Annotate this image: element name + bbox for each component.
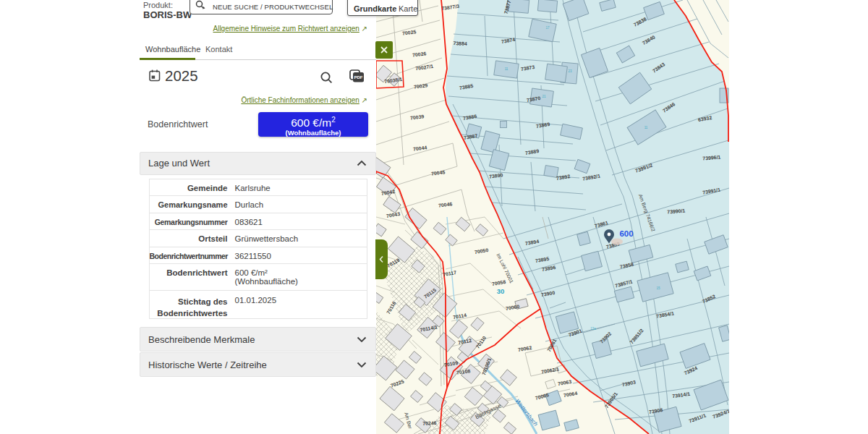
svg-text:70246: 70246 <box>422 420 437 426</box>
svg-text:21: 21 <box>542 95 546 98</box>
svg-text:PDF: PDF <box>354 75 363 80</box>
svg-text:30: 30 <box>497 287 505 295</box>
svg-text:15: 15 <box>656 286 660 290</box>
svg-text:17: 17 <box>545 26 550 30</box>
svg-text:600: 600 <box>619 229 633 238</box>
svg-text:13a: 13a <box>590 327 596 331</box>
svg-text:11: 11 <box>505 67 509 71</box>
svg-text:23: 23 <box>568 69 572 73</box>
svg-text:11: 11 <box>644 126 648 129</box>
svg-text:73884: 73884 <box>453 41 467 46</box>
